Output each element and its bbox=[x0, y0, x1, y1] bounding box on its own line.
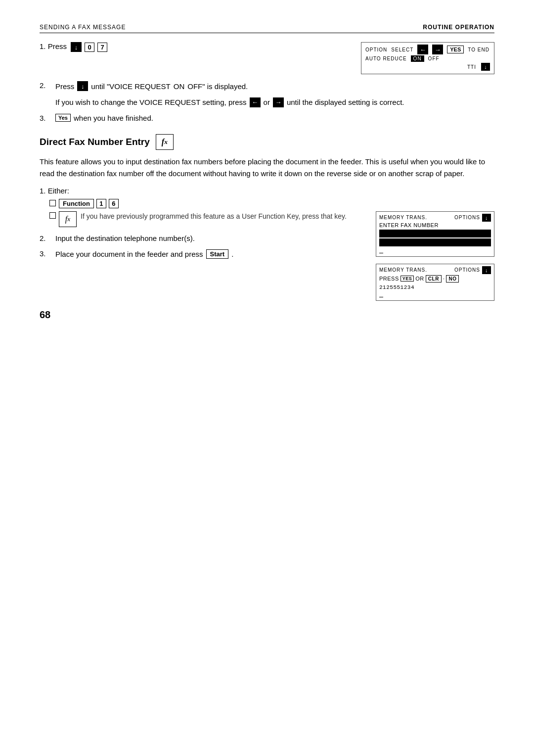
section-header: Direct Fax Number Entry fx bbox=[40, 134, 494, 150]
display2-or: OR bbox=[415, 276, 424, 282]
key-1[interactable]: 1 bbox=[96, 199, 106, 208]
header-left: SENDING A FAX MESSAGE bbox=[40, 24, 126, 31]
either-label: 1. Either: bbox=[40, 187, 69, 195]
display-yes-key[interactable]: YES bbox=[447, 46, 464, 53]
step3-final-row: 3. Place your document in the feeder and… bbox=[40, 249, 366, 259]
display-off: OFF bbox=[428, 56, 440, 61]
yes-key-step3[interactable]: Yes bbox=[55, 114, 71, 122]
function-key[interactable]: Function bbox=[59, 199, 94, 208]
display2-dot: · bbox=[443, 276, 445, 282]
substep-b-note: If you have previously programmed this f… bbox=[81, 211, 347, 222]
display-right-arrow[interactable]: → bbox=[432, 45, 443, 54]
display1-icon: ↓ bbox=[482, 214, 491, 222]
display2-icon: ↓ bbox=[482, 266, 491, 274]
display1-title-left: MEMORY TRANS. bbox=[379, 215, 427, 220]
step3-top-row: 3. Yes when you have finished. bbox=[40, 114, 494, 122]
display1: MEMORY TRANS. OPTIONS ↓ ENTER FAX NUMBER bbox=[376, 211, 494, 257]
step2b-text2: until the displayed setting is correct. bbox=[287, 96, 404, 109]
display-on-badge: ON bbox=[411, 55, 424, 62]
fx-icon-substep: fx bbox=[59, 211, 77, 227]
right-arrow-key[interactable]: → bbox=[273, 97, 284, 107]
key-6[interactable]: 6 bbox=[109, 199, 119, 208]
display2-clr: CLR bbox=[426, 275, 442, 283]
display1-title-row: MEMORY TRANS. OPTIONS ↓ bbox=[379, 214, 491, 222]
step3-top-num: 3. bbox=[40, 114, 51, 122]
checkbox-b[interactable] bbox=[49, 212, 56, 219]
header-right: ROUTINE OPERATION bbox=[423, 24, 494, 31]
display1-black-bar2 bbox=[379, 238, 491, 246]
key-7[interactable]: 7 bbox=[97, 43, 107, 52]
step3-final-period: . bbox=[231, 250, 233, 258]
display2-title-left: MEMORY TRANS. bbox=[379, 267, 427, 273]
step2b-or: or bbox=[264, 96, 270, 109]
display1-cursor bbox=[379, 253, 383, 253]
display1-black-bar1 bbox=[379, 230, 491, 237]
substep-b-content: fx If you have previously programmed thi… bbox=[59, 211, 347, 227]
step1-row: 1. Press ↓ 0 7 bbox=[40, 42, 107, 52]
display2-press-row: PRESS YES OR CLR · NO bbox=[379, 274, 491, 284]
step2b-text: If you wish to change the VOICE REQUEST … bbox=[55, 96, 494, 109]
display2-yes: YES bbox=[400, 276, 414, 282]
display1-title-right: OPTIONS bbox=[454, 215, 480, 220]
down-arrow-key[interactable]: ↓ bbox=[71, 42, 82, 52]
display-select-label: SELECT bbox=[391, 47, 413, 52]
display2-cursor-row bbox=[379, 291, 491, 298]
either-label-row: 1. Either: bbox=[40, 187, 366, 195]
page-header: SENDING A FAX MESSAGE ROUTINE OPERATION bbox=[40, 24, 494, 33]
display2-number-row: 2125551234 bbox=[379, 284, 491, 291]
display-auto-reduce: AUTO REDUCE bbox=[365, 56, 407, 61]
key-0[interactable]: 0 bbox=[85, 43, 94, 52]
step2-row: 2. Press ↓ until "VOICE REQUEST ON OFF" … bbox=[40, 81, 494, 91]
section-title-row: Direct Fax Number Entry fx bbox=[40, 134, 494, 150]
steps-column: 1. Either: Function 1 6 fx If you have p… bbox=[40, 187, 366, 264]
either-section: 1. Either: Function 1 6 fx If you have p… bbox=[40, 187, 494, 301]
display1-enter-row: ENTER FAX NUMBER bbox=[379, 222, 491, 229]
fx-icon: fx bbox=[156, 134, 174, 150]
step2-num: 2. bbox=[40, 81, 51, 90]
display-down-icon: ↓ bbox=[481, 63, 490, 71]
step2b-row: If you wish to change the VOICE REQUEST … bbox=[55, 96, 494, 109]
step3-top-content: Yes when you have finished. bbox=[55, 114, 153, 122]
step2-input-text: Input the destination telephone number(s… bbox=[55, 234, 195, 242]
top-display: OPTION SELECT ← → YES TO END AUTO REDUCE… bbox=[361, 42, 494, 74]
display-to-end: TO END bbox=[468, 47, 490, 52]
display2-press: PRESS bbox=[379, 276, 399, 282]
display-option-label: OPTION bbox=[365, 47, 387, 52]
step2-text: until "VOICE REQUEST bbox=[91, 82, 170, 91]
step2-down-arrow[interactable]: ↓ bbox=[77, 81, 88, 91]
left-arrow-key[interactable]: ← bbox=[250, 97, 261, 107]
step3-final-content: Place your document in the feeder and pr… bbox=[55, 249, 233, 259]
step1-keys: ↓ 0 7 bbox=[71, 42, 107, 52]
page: SENDING A FAX MESSAGE ROUTINE OPERATION … bbox=[0, 0, 534, 340]
substep-a: Function 1 6 bbox=[49, 199, 366, 208]
step1-label: 1. Press bbox=[40, 42, 67, 50]
step2-on: ON bbox=[174, 82, 185, 91]
step2b-text1: If you wish to change the VOICE REQUEST … bbox=[55, 96, 247, 109]
checkbox-a[interactable] bbox=[49, 200, 56, 206]
step3-top-text: when you have finished. bbox=[74, 114, 153, 122]
display-tti: TTI bbox=[467, 64, 476, 70]
display2-no: NO bbox=[446, 275, 459, 283]
body-text: This feature allows you to input destina… bbox=[40, 156, 494, 180]
substep-a-content: Function 1 6 bbox=[59, 199, 119, 208]
display-left-arrow[interactable]: ← bbox=[417, 45, 428, 54]
step2-off: OFF" is displayed. bbox=[187, 82, 248, 91]
step2-press: Press bbox=[55, 82, 74, 91]
section-title-text: Direct Fax Number Entry bbox=[40, 137, 150, 147]
display1-cursor-row bbox=[379, 247, 491, 254]
step2-input-num: 2. bbox=[40, 234, 51, 242]
step2-input-row: 2. Input the destination telephone numbe… bbox=[40, 234, 366, 242]
page-number: 68 bbox=[40, 309, 50, 321]
display2-title-right: OPTIONS bbox=[454, 267, 480, 273]
step2-content: Press ↓ until "VOICE REQUEST ON OFF" is … bbox=[55, 81, 248, 91]
display2: MEMORY TRANS. OPTIONS ↓ PRESS YES OR CLR… bbox=[376, 264, 494, 301]
substep-b: fx If you have previously programmed thi… bbox=[49, 211, 366, 227]
displays-column: MEMORY TRANS. OPTIONS ↓ ENTER FAX NUMBER… bbox=[376, 187, 494, 301]
display2-title-row: MEMORY TRANS. OPTIONS ↓ bbox=[379, 266, 491, 274]
step3-final-text1: Place your document in the feeder and pr… bbox=[55, 250, 203, 258]
step3-final-num: 3. bbox=[40, 249, 51, 258]
start-key[interactable]: Start bbox=[206, 249, 229, 259]
display2-cursor bbox=[379, 297, 383, 297]
